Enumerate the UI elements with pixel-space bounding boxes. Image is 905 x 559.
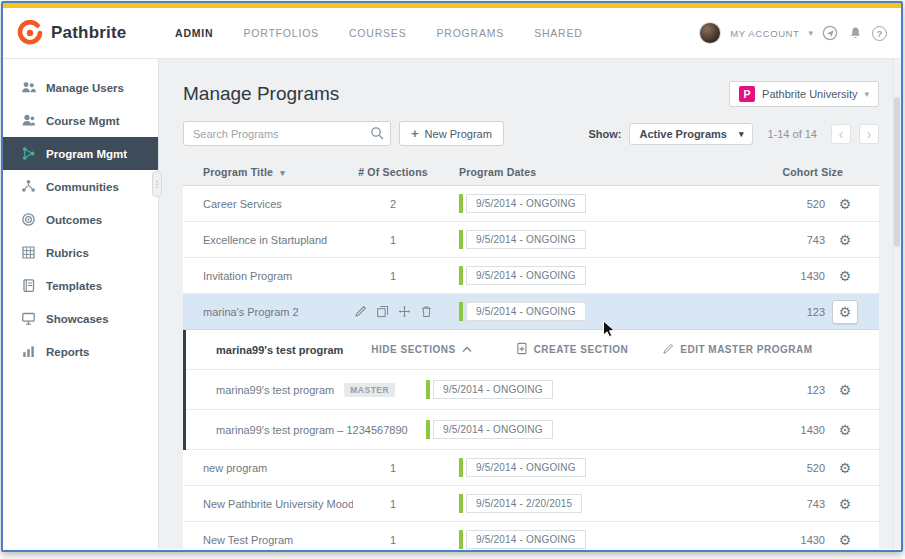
- cohort-size: 1430: [765, 424, 825, 436]
- row-settings[interactable]: ⚙: [825, 233, 865, 247]
- organization-badge: P: [739, 86, 755, 102]
- gear-icon: ⚙: [839, 269, 852, 283]
- nav-programs[interactable]: PROGRAMS: [436, 27, 504, 39]
- gear-icon: ⚙: [839, 197, 852, 211]
- sidebar-item-reports[interactable]: Reports: [3, 335, 158, 368]
- cohort-size: 1430: [765, 534, 825, 546]
- row-settings[interactable]: ⚙: [825, 300, 865, 324]
- row-settings[interactable]: ⚙: [825, 383, 865, 397]
- column-program-dates[interactable]: Program Dates: [433, 166, 765, 178]
- help-icon[interactable]: ?: [872, 26, 887, 41]
- sections-count: 1: [353, 534, 433, 546]
- section-row[interactable]: marina99's test program MASTER 9/5/2014 …: [186, 370, 879, 410]
- sidebar-item-rubrics[interactable]: Rubrics: [3, 236, 158, 269]
- create-section-link[interactable]: CREATE SECTION: [516, 342, 629, 357]
- my-account-menu[interactable]: MY ACCOUNT: [730, 28, 799, 39]
- gear-button[interactable]: ⚙: [832, 300, 858, 324]
- nav-shared[interactable]: SHARED: [534, 27, 583, 39]
- next-page-button[interactable]: ›: [859, 124, 879, 144]
- cohort-size: 123: [765, 306, 825, 318]
- organization-selector[interactable]: P Pathbrite University ▾: [729, 81, 879, 107]
- nav-portfolios[interactable]: PORTFOLIOS: [243, 27, 319, 39]
- row-settings[interactable]: ⚙: [825, 269, 865, 283]
- chevron-down-icon: ▾: [864, 89, 869, 99]
- date-range: 9/5/2014 - ONGOING: [466, 302, 586, 321]
- primary-nav: ADMIN PORTFOLIOS COURSES PROGRAMS SHARED: [175, 27, 583, 39]
- program-filter-dropdown[interactable]: Active Programs ▾: [629, 123, 753, 145]
- sidebar-item-label: Templates: [46, 280, 102, 292]
- branch-icon: [21, 146, 36, 161]
- table-row[interactable]: Excellence in Startupland 1 9/5/2014 - O…: [183, 222, 879, 258]
- section-row[interactable]: marina99's test program – 1234567890 9/5…: [186, 410, 879, 450]
- send-icon[interactable]: [822, 25, 838, 41]
- pencil-icon: [662, 343, 674, 357]
- program-title: New Test Program: [183, 534, 353, 546]
- nav-admin[interactable]: ADMIN: [175, 27, 213, 39]
- row-settings[interactable]: ⚙: [825, 533, 865, 547]
- date-range: 9/5/2014 - ONGOING: [466, 194, 586, 213]
- active-status-bar: [459, 266, 463, 285]
- scrollbar-thumb[interactable]: [894, 97, 900, 247]
- sidebar-item-templates[interactable]: Templates: [3, 269, 158, 302]
- gear-icon: ⚙: [839, 533, 852, 547]
- row-settings[interactable]: ⚙: [825, 197, 865, 211]
- organization-name: Pathbrite University: [762, 88, 857, 100]
- move-icon[interactable]: [398, 305, 411, 318]
- chevron-down-icon: ▾: [739, 129, 744, 139]
- table-row[interactable]: Invitation Program 1 9/5/2014 - ONGOING …: [183, 258, 879, 294]
- gear-icon: ⚙: [839, 383, 852, 397]
- sidebar-item-label: Course Mgmt: [46, 115, 119, 127]
- sidebar-item-label: Outcomes: [46, 214, 102, 226]
- row-settings[interactable]: ⚙: [825, 461, 865, 475]
- column-cohort-size[interactable]: Cohort Size: [765, 166, 865, 178]
- program-dates: 9/5/2014 - ONGOING: [426, 420, 765, 439]
- section-title: marina99's test program: [216, 384, 334, 396]
- sidebar-item-showcases[interactable]: Showcases: [3, 302, 158, 335]
- hide-sections-link[interactable]: HIDE SECTIONS: [371, 344, 471, 355]
- table-row-selected[interactable]: marina's Program 2: [183, 294, 879, 330]
- nav-courses[interactable]: COURSES: [349, 27, 407, 39]
- network-icon: [21, 179, 36, 194]
- table-row[interactable]: new program 1 9/5/2014 - ONGOING 520 ⚙: [183, 450, 879, 486]
- table-row[interactable]: New Pathbrite University Moodle 1 9/5/20…: [183, 486, 879, 522]
- trash-icon[interactable]: [420, 305, 433, 318]
- new-program-button[interactable]: + New Program: [399, 121, 504, 146]
- bell-icon[interactable]: [847, 25, 863, 41]
- edit-master-program-link[interactable]: EDIT MASTER PROGRAM: [662, 343, 812, 357]
- sidebar-item-label: Reports: [46, 346, 89, 358]
- active-status-bar: [459, 194, 463, 213]
- sidebar-resize-handle[interactable]: ⋮: [152, 171, 162, 197]
- sidebar-item-manage-users[interactable]: Manage Users: [3, 71, 158, 104]
- column-program-title[interactable]: Program Title ▾: [183, 166, 353, 178]
- chevron-up-icon: [462, 344, 472, 355]
- table-row[interactable]: New Test Program 1 9/5/2014 - ONGOING 14…: [183, 522, 879, 549]
- sidebar-item-communities[interactable]: Communities: [3, 170, 158, 203]
- section-title-cell: marina99's test program – 1234567890: [186, 424, 426, 436]
- pathbrite-logo[interactable]: Pathbrite: [17, 20, 153, 46]
- create-section-label: CREATE SECTION: [534, 344, 629, 355]
- avatar[interactable]: [699, 22, 721, 44]
- sidebar-item-program-mgmt[interactable]: Program Mgmt: [3, 137, 158, 170]
- row-settings[interactable]: ⚙: [825, 497, 865, 511]
- table-row[interactable]: Career Services 2 9/5/2014 - ONGOING 520…: [183, 186, 879, 222]
- edit-icon[interactable]: [354, 305, 367, 318]
- program-dates: 9/5/2014 - ONGOING: [433, 302, 765, 321]
- edit-master-label: EDIT MASTER PROGRAM: [680, 344, 812, 355]
- gear-icon: ⚙: [839, 233, 852, 247]
- chevron-down-icon[interactable]: ▾: [808, 28, 813, 38]
- sections-count: 2: [353, 198, 433, 210]
- sidebar-item-outcomes[interactable]: Outcomes: [3, 203, 158, 236]
- program-dates: 9/5/2014 - ONGOING: [433, 266, 765, 285]
- search-input[interactable]: [183, 121, 391, 146]
- active-status-bar: [459, 530, 463, 549]
- cohort-size: 520: [765, 198, 825, 210]
- row-settings[interactable]: ⚙: [825, 423, 865, 437]
- search-icon: [370, 126, 384, 144]
- sidebar-item-course-mgmt[interactable]: Course Mgmt: [3, 104, 158, 137]
- copy-icon[interactable]: [376, 305, 389, 318]
- column-sections[interactable]: # Of Sections: [353, 166, 433, 178]
- vertical-scrollbar[interactable]: [893, 59, 901, 549]
- prev-page-button[interactable]: ‹: [831, 124, 851, 144]
- new-program-label: New Program: [425, 128, 492, 140]
- target-icon: [21, 212, 36, 227]
